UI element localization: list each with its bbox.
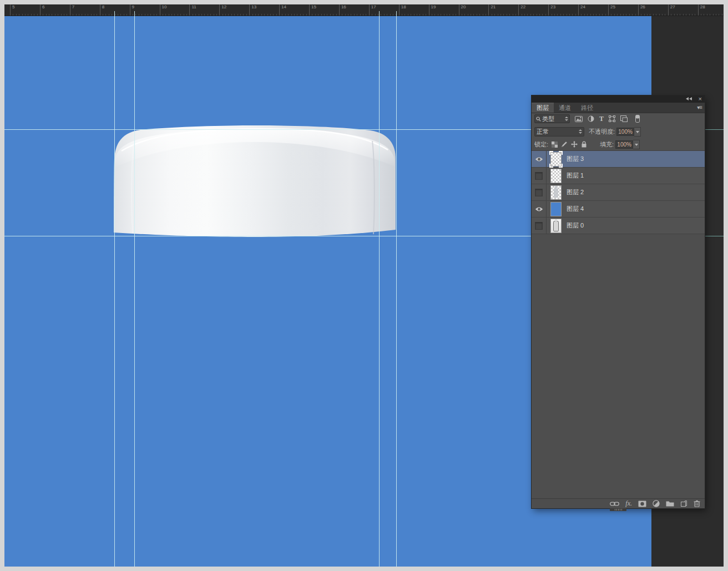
new-layer-icon[interactable] [680, 500, 687, 507]
ruler-number: 15 [309, 4, 316, 16]
close-panel-icon[interactable]: × [699, 95, 702, 103]
layer-row[interactable]: 图层 0 [532, 218, 705, 234]
fill-dropdown-icon[interactable] [633, 140, 640, 149]
layer-thumbnail-image [550, 202, 562, 216]
layer-row[interactable]: 图层 3 [532, 151, 705, 168]
ruler-number: 13 [249, 4, 256, 16]
ruler-number: 12 [219, 4, 226, 16]
ruler-number: 20 [459, 4, 466, 16]
ruler-number: 26 [638, 4, 645, 16]
lock-position-icon[interactable] [571, 141, 578, 148]
delete-layer-icon[interactable] [694, 500, 700, 507]
tab-paths[interactable]: 路径 [576, 103, 598, 113]
thumbnail-selection-bracket [559, 164, 563, 168]
filter-shape-layers-icon[interactable] [609, 115, 615, 122]
layer-name: 图层 2 [567, 188, 584, 196]
lock-row: 锁定: 填充: 100% [532, 138, 705, 151]
filter-smart-objects-icon[interactable] [620, 115, 628, 122]
fill-input[interactable]: 100% [615, 140, 633, 149]
ruler-number: 10 [160, 4, 167, 16]
ruler-number: 19 [429, 4, 436, 16]
visibility-eye-icon[interactable] [532, 201, 547, 217]
visibility-toggle-empty[interactable] [532, 168, 547, 184]
ruler-number: 23 [548, 4, 555, 16]
ruler-number: 14 [279, 4, 286, 16]
opacity-input[interactable]: 100% [616, 128, 634, 136]
thumbnail-selection-bracket [549, 164, 553, 168]
white-cap-object [113, 125, 397, 237]
lock-label: 锁定: [534, 140, 548, 149]
layer-thumbnail-image [550, 219, 562, 233]
layer-style-icon[interactable]: fx. [625, 499, 632, 508]
visibility-empty-well [535, 189, 543, 196]
panel-tabbar: 图层通道路径 ▾≡ [532, 103, 705, 113]
tab-channels[interactable]: 通道 [554, 103, 576, 113]
ruler-number: 16 [339, 4, 346, 16]
filter-type-label: 类型 [542, 115, 564, 123]
filter-toggle-icon[interactable] [635, 115, 640, 123]
ruler-number: 22 [518, 4, 525, 16]
ruler-number: 6 [40, 4, 44, 16]
thumbnail-selection-bracket [549, 151, 553, 155]
opacity-label: 不透明度: [589, 128, 615, 136]
layer-row[interactable]: 图层 4 [532, 201, 705, 218]
ruler-number: 17 [369, 4, 376, 16]
new-adjustment-layer-icon[interactable] [653, 500, 660, 507]
visibility-toggle-empty[interactable] [532, 184, 547, 200]
fill-label: 填充: [600, 140, 614, 149]
blend-mode-select[interactable]: 正常 [534, 127, 584, 137]
layer-thumbnail[interactable] [550, 202, 562, 216]
link-layers-icon[interactable] [610, 501, 619, 507]
filter-adjustment-layers-icon[interactable] [588, 115, 594, 122]
vertical-guide[interactable] [114, 11, 115, 567]
layer-thumbnail[interactable] [550, 169, 562, 183]
layer-row[interactable]: 图层 1 [532, 168, 705, 184]
layer-name: 图层 1 [567, 171, 584, 180]
horizontal-ruler[interactable]: 5678910111213141516171819202122232425262… [4, 4, 724, 16]
search-icon [536, 117, 541, 122]
panel-resize-grip[interactable] [610, 508, 626, 511]
layer-row[interactable]: 图层 2 [532, 184, 705, 201]
layer-name: 图层 3 [567, 155, 584, 163]
vertical-guide[interactable] [396, 11, 397, 567]
filter-pixel-layers-icon[interactable] [575, 116, 583, 122]
ruler-number: 5 [10, 4, 14, 16]
layer-name: 图层 4 [567, 205, 584, 213]
collapse-panel-icon[interactable] [686, 97, 692, 101]
lock-transparent-pixels-icon[interactable] [552, 142, 558, 148]
lock-all-icon[interactable] [581, 141, 587, 148]
layers-panel: × 图层通道路径 ▾≡ 类型 T [532, 95, 705, 508]
layer-thumbnail[interactable] [550, 185, 562, 200]
visibility-eye-icon[interactable] [532, 151, 547, 167]
ruler-number: 25 [608, 4, 615, 16]
blend-mode-value: 正常 [537, 128, 578, 136]
ruler-number: 18 [399, 4, 406, 16]
panel-menu-icon[interactable]: ▾≡ [697, 104, 702, 110]
document-workspace: 5678910111213141516171819202122232425262… [4, 4, 724, 567]
lock-image-pixels-icon[interactable] [561, 141, 568, 148]
visibility-empty-well [535, 222, 543, 230]
ruler-number: 9 [130, 4, 134, 16]
ruler-number: 7 [70, 4, 74, 16]
ruler-number: 11 [189, 4, 196, 16]
layer-thumbnail[interactable] [550, 152, 562, 166]
panel-footer-bar: fx. [532, 498, 705, 508]
layer-name: 图层 0 [567, 221, 584, 230]
layer-list: 图层 3图层 1图层 2图层 4图层 0 [532, 151, 705, 499]
add-layer-mask-icon[interactable] [638, 501, 646, 507]
visibility-toggle-empty[interactable] [532, 218, 547, 234]
opacity-dropdown-icon[interactable] [634, 127, 641, 137]
thumbnail-selection-bracket [559, 151, 563, 155]
layer-filter-bar: 类型 T [532, 113, 705, 124]
panel-titlebar: × [532, 95, 705, 103]
filter-type-layers-icon[interactable]: T [599, 115, 604, 123]
layer-thumbnail[interactable] [550, 219, 562, 233]
filter-type-select[interactable]: 类型 [534, 114, 570, 123]
blend-mode-row: 正常 不透明度: 100% [532, 126, 705, 137]
vertical-guide[interactable] [134, 11, 135, 567]
select-spinner-icon [579, 129, 582, 134]
vertical-guide[interactable] [379, 11, 380, 567]
ruler-number: 8 [100, 4, 104, 16]
new-group-icon[interactable] [666, 501, 674, 507]
tab-layers[interactable]: 图层 [532, 103, 554, 113]
